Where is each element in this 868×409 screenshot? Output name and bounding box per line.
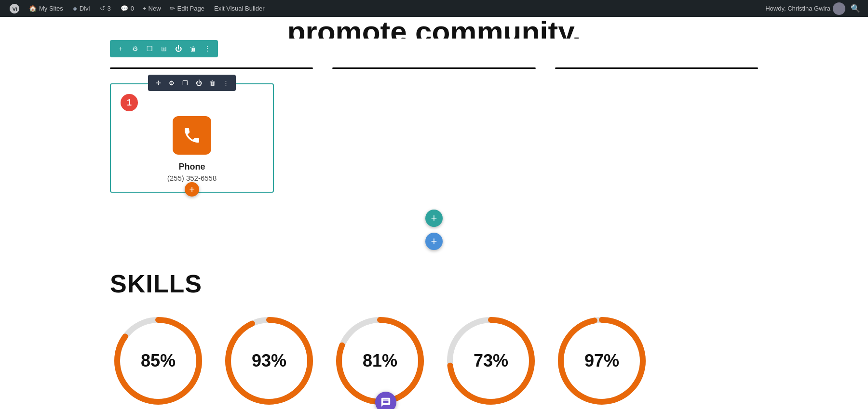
skill-pct-3: 81%	[363, 351, 397, 371]
dividers-row	[0, 67, 868, 69]
skill-circle-svg-wrap-4: 73%	[443, 313, 539, 409]
divider-2	[332, 67, 535, 69]
updates-item[interactable]: ↺ 3	[95, 0, 116, 17]
duplicate-section-button[interactable]: ❐	[143, 42, 156, 55]
skill-circle-3: 81%	[332, 313, 428, 409]
skill-circles-row: 85% 93%	[110, 313, 758, 409]
wp-logo-item[interactable]	[5, 0, 24, 17]
contact-card[interactable]: ✛ ⚙ ❐ ⏻ 🗑 ⋮ 1 Phone (255) 352-6558	[110, 83, 274, 193]
settings-section-button[interactable]: ⚙	[128, 42, 142, 55]
divider-3	[555, 67, 758, 69]
columns-section-button[interactable]: ⊞	[157, 42, 171, 55]
comments-item[interactable]: 💬 0	[116, 0, 139, 17]
pencil-icon: ✏	[170, 5, 175, 12]
delete-module-button[interactable]: 🗑	[206, 77, 218, 89]
my-sites-item[interactable]: 🏠 My Sites	[24, 0, 68, 17]
duplicate-module-button[interactable]: ❐	[179, 77, 191, 89]
promote-heading-container: promote community.	[0, 17, 868, 39]
comments-icon: 💬	[121, 5, 128, 12]
skill-pct-5: 97%	[584, 351, 619, 371]
card-toolbar: ✛ ⚙ ❐ ⏻ 🗑 ⋮	[148, 75, 236, 91]
divi-label: Divi	[80, 5, 90, 12]
move-module-button[interactable]: ✛	[152, 77, 164, 89]
add-row-area: + +	[0, 210, 868, 250]
skill-circle-svg-wrap-5: 97%	[554, 313, 650, 409]
adminbar-right: Howdy, Christina Gwira 🔍	[765, 2, 863, 15]
delete-section-button[interactable]: 🗑	[186, 42, 200, 55]
skill-circle-svg-wrap-1: 85%	[110, 313, 206, 409]
add-section-blue-button[interactable]: +	[425, 233, 443, 250]
updates-icon: ↺	[100, 5, 105, 12]
promote-heading: promote community.	[0, 17, 868, 39]
card-label: Phone	[121, 162, 263, 172]
skill-pct-1: 85%	[141, 351, 176, 371]
settings-module-button[interactable]: ⚙	[165, 77, 178, 89]
avatar[interactable]	[833, 2, 845, 15]
exit-builder-item[interactable]: Exit Visual Builder	[209, 0, 270, 17]
skills-section: SKILLS 85%	[0, 255, 868, 409]
skill-circle-1: 85%	[110, 313, 206, 409]
more-module-button[interactable]: ⋮	[219, 77, 232, 89]
chat-icon	[380, 397, 391, 408]
edit-page-item[interactable]: ✏ Edit Page	[165, 0, 209, 17]
section-toolbar: + ⚙ ❐ ⊞ ⏻ 🗑 ⋮	[110, 40, 218, 57]
toggle-module-button[interactable]: ⏻	[192, 77, 205, 89]
add-section-button[interactable]: +	[114, 42, 127, 55]
divi-item[interactable]: ◈ Divi	[68, 0, 95, 17]
skills-heading: SKILLS	[110, 269, 758, 298]
updates-count: 3	[108, 5, 111, 12]
phone-icon-wrap	[173, 116, 211, 155]
chat-bubble[interactable]	[375, 392, 396, 409]
add-row-teal-button[interactable]: +	[425, 210, 443, 227]
edit-page-label: Edit Page	[177, 5, 204, 12]
add-module-cursor[interactable]: +	[185, 182, 199, 197]
divider-1	[110, 67, 313, 69]
new-icon: +	[143, 5, 147, 12]
comments-count: 0	[131, 5, 134, 12]
more-section-button[interactable]: ⋮	[201, 42, 214, 55]
skill-circle-2: 93%	[221, 313, 317, 409]
my-sites-label: My Sites	[39, 5, 63, 12]
divi-icon: ◈	[73, 5, 77, 12]
page-content: promote community. + ⚙ ❐ ⊞ ⏻ 🗑 ⋮ ✛ ⚙ ❐ ⏻…	[0, 17, 868, 409]
home-icon: 🏠	[29, 5, 37, 12]
skill-circle-4: 73%	[443, 313, 539, 409]
skill-pct-2: 93%	[252, 351, 286, 371]
phone-icon	[182, 126, 202, 145]
skill-circle-5: 97%	[554, 313, 650, 409]
admin-bar: 🏠 My Sites ◈ Divi ↺ 3 💬 0 + New ✏ Edit P…	[0, 0, 868, 17]
exit-builder-label: Exit Visual Builder	[214, 5, 265, 12]
number-badge: 1	[121, 94, 138, 111]
howdy-label: Howdy, Christina Gwira	[765, 5, 830, 12]
card-value: (255) 352-6558	[121, 174, 263, 182]
new-content-item[interactable]: + New	[139, 0, 165, 17]
toggle-section-button[interactable]: ⏻	[172, 42, 185, 55]
new-label: New	[149, 5, 161, 12]
skill-pct-4: 73%	[474, 351, 508, 371]
contact-section: ✛ ⚙ ❐ ⏻ 🗑 ⋮ 1 Phone (255) 352-6558	[0, 74, 868, 202]
search-icon[interactable]: 🔍	[848, 4, 863, 13]
skill-circle-svg-wrap-2: 93%	[221, 313, 317, 409]
